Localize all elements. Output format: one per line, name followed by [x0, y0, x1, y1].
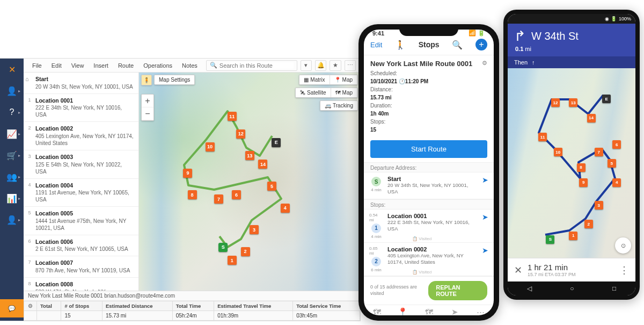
menu-insert[interactable]: Insert	[89, 61, 113, 70]
pegman-icon[interactable]: 🧍	[141, 75, 152, 85]
zoom-in-button[interactable]: +	[142, 95, 153, 107]
add-button[interactable]: +	[475, 39, 487, 50]
stop-item[interactable]: 6 Location 00062 E 61st St, New York, NY…	[24, 235, 138, 257]
reports-icon[interactable]: 📊▸	[4, 191, 19, 206]
map-marker[interactable]: S	[218, 243, 228, 252]
stop-item[interactable]: 7 Location 0007870 7th Ave, New York, NY…	[24, 256, 138, 278]
edit-button[interactable]: Edit	[370, 41, 382, 49]
tab-routes[interactable]: 🗺Routes	[364, 307, 390, 315]
nav-marker[interactable]: 9	[579, 178, 588, 187]
nav-marker[interactable]: 14	[587, 114, 596, 122]
map-view-toggle[interactable]: ▦ Matrix 📍 Map	[299, 75, 358, 85]
stop-item[interactable]: S4 min Start20 W 34th St, New York, NY 1…	[364, 172, 494, 199]
map-marker[interactable]: 5	[267, 182, 276, 191]
user-settings-icon[interactable]: 👤▸	[4, 212, 19, 227]
satellite-button[interactable]: 🛰 Satellite	[296, 88, 331, 97]
start-route-button[interactable]: Start Route	[370, 140, 487, 158]
stop-item[interactable]: ⌂ Start20 W 34th St, New York, NY 10001,…	[24, 73, 138, 94]
matrix-button[interactable]: ▦ Matrix	[299, 75, 330, 84]
zoom-control[interactable]: +−	[141, 94, 154, 121]
tab-stops[interactable]: 📍Stops	[390, 307, 415, 315]
search-icon[interactable]: 🔍	[452, 40, 463, 50]
nav-marker[interactable]: 7	[595, 148, 603, 156]
map-marker[interactable]: 7	[214, 194, 223, 204]
stop-item[interactable]: 4 Location 00041191 1st Avenue, New York…	[24, 179, 138, 207]
search-input[interactable]	[219, 62, 294, 69]
nav-marker[interactable]: 8	[577, 163, 586, 172]
nav-marker[interactable]: 12	[551, 98, 560, 107]
gear-icon[interactable]: ⚙	[24, 301, 37, 311]
menu-edit[interactable]: Edit	[47, 61, 66, 70]
map-marker[interactable]: 11	[228, 112, 237, 121]
recenter-button[interactable]: ⊙	[615, 237, 631, 254]
nav-marker[interactable]: 1	[569, 232, 577, 240]
search-box[interactable]: 🔍	[206, 60, 297, 71]
tracking-button[interactable]: 🚐 Tracking	[320, 100, 358, 111]
home-button[interactable]: ○	[570, 285, 574, 292]
menu-notes[interactable]: Notes	[178, 61, 202, 70]
recent-button[interactable]: □	[612, 285, 616, 292]
more-button[interactable]: ⋯	[345, 60, 356, 71]
nav-marker[interactable]: 13	[569, 98, 577, 107]
menu-view[interactable]: View	[67, 61, 89, 70]
map-marker[interactable]: 8	[188, 190, 197, 199]
routes-icon[interactable]: ✕	[4, 62, 19, 77]
navigation-map[interactable]: S1234567891011121314E ⊙	[508, 68, 635, 258]
dropdown-button[interactable]: ▾	[301, 60, 312, 71]
tab-map[interactable]: 🗺Map	[416, 307, 442, 315]
menu-route[interactable]: Route	[114, 61, 138, 70]
nav-marker[interactable]: 11	[538, 133, 547, 141]
nav-marker[interactable]: E	[602, 95, 611, 103]
map-layer-toggle[interactable]: 🛰 Satellite 🗺 Map	[295, 88, 358, 98]
map-marker[interactable]: 4	[281, 204, 290, 213]
nav-marker[interactable]: 6	[612, 140, 621, 149]
star-icon[interactable]: ★	[330, 60, 341, 71]
map-settings-button[interactable]: Map Settings	[154, 75, 195, 85]
nav-marker[interactable]: 5	[608, 159, 616, 168]
then-bar[interactable]: Then ↑	[508, 56, 635, 68]
map-marker[interactable]: E	[272, 138, 281, 147]
navigate-icon[interactable]: ➤	[482, 246, 488, 272]
stops-list[interactable]: ⌂ Start20 W 34th St, New York, NY 10001,…	[24, 73, 139, 291]
nav-marker[interactable]: 10	[554, 148, 562, 156]
navigate-icon[interactable]: ➤	[482, 213, 488, 239]
map[interactable]: 🧍 Map Settings +− ▦ Matrix 📍 Map 🛰 Satel…	[139, 73, 360, 291]
map-button[interactable]: 📍 Map	[330, 75, 357, 84]
stop-item[interactable]: 8 Location 0008533 W 47th St, New York, …	[24, 278, 138, 291]
map-marker[interactable]: 1	[228, 256, 237, 265]
stop-item[interactable]: 1 Location 0001222 E 34th St, New York, …	[24, 94, 138, 122]
help-icon[interactable]: ?▸	[4, 105, 19, 120]
tab-more[interactable]: ⋯More	[468, 307, 494, 315]
more-icon[interactable]: ⋮	[619, 264, 629, 276]
stop-item[interactable]: 0.65 mi26 min Location 0002405 Lexington…	[364, 243, 494, 276]
stop-item[interactable]: 3 Location 0003125 E 54th St, New York, …	[24, 150, 138, 179]
bell-icon[interactable]: 🔔	[315, 60, 326, 71]
nav-marker[interactable]: 2	[584, 220, 593, 228]
map-marker[interactable]: 2	[241, 247, 250, 256]
map-marker[interactable]: 13	[245, 151, 254, 160]
cart-icon[interactable]: 🛒▸	[4, 148, 19, 163]
map-marker[interactable]: 14	[258, 160, 267, 169]
team-icon[interactable]: 👥▸	[4, 169, 19, 184]
stop-item[interactable]: 2 Location 0002405 Lexington Ave, New Yo…	[24, 122, 138, 150]
replan-button[interactable]: REPLAN ROUTE	[428, 281, 487, 300]
stop-item[interactable]: 5 Location 00051444 1st Avenue #75th, Ne…	[24, 207, 138, 235]
menu-operations[interactable]: Operations	[139, 61, 177, 70]
user-icon[interactable]: 🚶	[395, 40, 406, 50]
map-marker[interactable]: 12	[236, 129, 245, 139]
navigate-icon[interactable]: ➤	[482, 176, 488, 196]
stop-item[interactable]: 0.54 mi14 min Location 0001222 E 34th St…	[364, 210, 494, 243]
map-marker[interactable]: 6	[232, 190, 241, 199]
add-user-icon[interactable]: 👤▸	[4, 83, 19, 98]
analytics-icon[interactable]: 📈▸	[4, 126, 19, 141]
nav-marker[interactable]: 3	[595, 201, 603, 210]
close-icon[interactable]: ✕	[514, 264, 522, 276]
map-marker[interactable]: 3	[250, 225, 259, 234]
chat-icon[interactable]: 💬	[0, 299, 24, 317]
menu-file[interactable]: File	[28, 61, 46, 70]
map-marker[interactable]: 9	[183, 169, 192, 178]
zoom-out-button[interactable]: −	[142, 107, 153, 120]
nav-marker[interactable]: S	[546, 235, 554, 244]
map-marker[interactable]: 10	[206, 142, 215, 151]
map-layer-button[interactable]: 🗺 Map	[331, 88, 357, 97]
